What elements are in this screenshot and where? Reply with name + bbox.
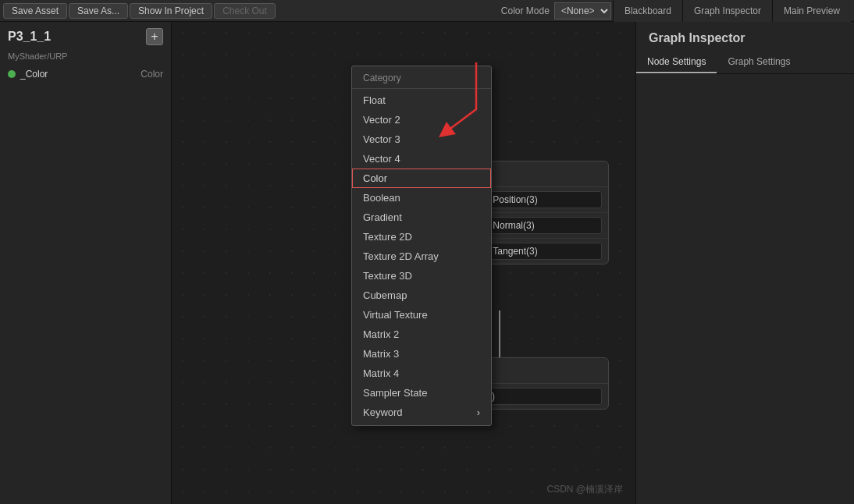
check-out-button[interactable]: Check Out xyxy=(214,3,276,19)
dropdown-item-matrix2[interactable]: Matrix 2 xyxy=(352,325,491,344)
show-in-project-button[interactable]: Show In Project xyxy=(130,3,212,19)
shader-title: P3_1_1 xyxy=(8,30,51,44)
dropdown-item-texture2darray[interactable]: Texture 2D Array xyxy=(352,247,491,266)
tab-blackboard[interactable]: Blackboard xyxy=(613,0,682,22)
tab-node-settings[interactable]: Node Settings xyxy=(636,51,717,73)
save-asset-button[interactable]: Save Asset xyxy=(3,3,67,19)
dropdown-item-keyword[interactable]: Keyword › xyxy=(352,403,491,422)
dropdown-item-color[interactable]: Color xyxy=(352,169,491,188)
dropdown-item-boolean[interactable]: Boolean xyxy=(352,188,491,208)
tab-main-preview[interactable]: Main Preview xyxy=(772,0,851,22)
property-type: Color xyxy=(141,69,163,80)
color-mode-select[interactable]: <None> xyxy=(554,2,611,20)
property-name[interactable]: _Color xyxy=(20,69,48,80)
dropdown-item-cubemap[interactable]: Cubemap xyxy=(352,286,491,305)
dropdown-item-matrix4[interactable]: Matrix 4 xyxy=(352,364,491,383)
add-property-button[interactable]: + xyxy=(146,28,163,45)
vertex-value-2: Tangent(3) xyxy=(486,243,602,260)
dropdown-item-samplerstate[interactable]: Sampler State xyxy=(352,383,491,403)
dropdown-item-matrix3[interactable]: Matrix 3 xyxy=(352,344,491,364)
keyword-arrow-icon: › xyxy=(477,406,480,418)
property-item: _Color Color xyxy=(0,66,171,83)
graph-area[interactable]: Vertex ct Space Position(3) ct Space Nor… xyxy=(172,22,635,504)
shader-path: MyShader/URP xyxy=(0,51,171,66)
main-content: P3_1_1 + MyShader/URP _Color Color Verte… xyxy=(0,22,854,504)
left-panel: P3_1_1 + MyShader/URP _Color Color xyxy=(0,22,172,504)
top-tab-group: Blackboard Graph Inspector Main Preview xyxy=(613,0,851,22)
tab-graph-settings[interactable]: Graph Settings xyxy=(717,51,801,73)
graph-inspector-title: Graph Inspector xyxy=(636,22,854,51)
right-tabs: Node Settings Graph Settings xyxy=(636,51,854,74)
red-arrow xyxy=(437,62,484,156)
save-as-button[interactable]: Save As... xyxy=(69,3,128,19)
left-header: P3_1_1 + xyxy=(0,22,171,51)
right-panel: Graph Inspector Node Settings Graph Sett… xyxy=(635,22,854,504)
dropdown-item-texture2d[interactable]: Texture 2D xyxy=(352,227,491,247)
dropdown-item-texture3d[interactable]: Texture 3D xyxy=(352,266,491,286)
color-mode-label: Color Mode xyxy=(501,5,550,16)
toolbar: Save Asset Save As... Show In Project Ch… xyxy=(0,0,854,22)
property-dot xyxy=(8,70,16,78)
dropdown-item-virtualtexture[interactable]: Virtual Texture xyxy=(352,305,491,325)
vertex-value-1: Normal(3) xyxy=(486,217,602,234)
tab-graph-inspector[interactable]: Graph Inspector xyxy=(682,0,772,22)
dropdown-item-gradient[interactable]: Gradient xyxy=(352,208,491,227)
vertex-value-0: Position(3) xyxy=(486,191,602,208)
watermark: CSDN @楠溪泽岸 xyxy=(546,483,623,496)
